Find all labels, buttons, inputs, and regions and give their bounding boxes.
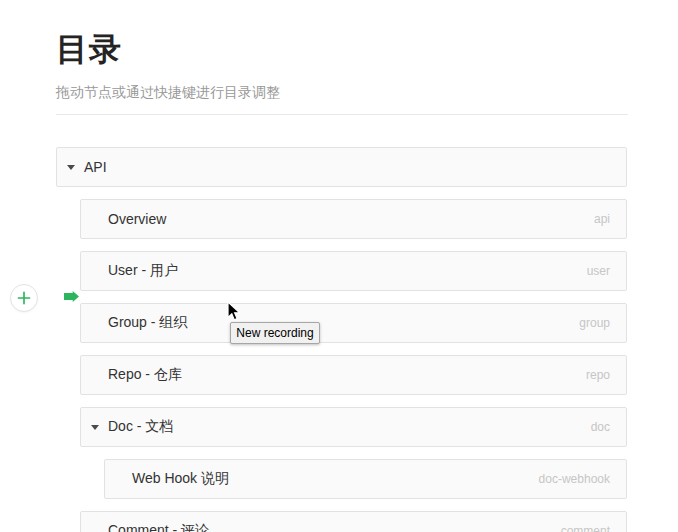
toc-row-slug: repo xyxy=(586,368,610,382)
toc-row-label: Doc - 文档 xyxy=(108,418,173,436)
plus-icon xyxy=(11,284,37,312)
toc-row[interactable]: API xyxy=(56,147,627,187)
toc-row-label: Overview xyxy=(108,211,166,227)
toc-row-slug: doc-webhook xyxy=(539,472,610,486)
toc-row-label: Web Hook 说明 xyxy=(132,470,229,488)
page-subtitle: 拖动节点或通过快捷键进行目录调整 xyxy=(56,84,280,102)
toc-row-slug: api xyxy=(594,212,610,226)
caret-down-icon[interactable] xyxy=(91,425,99,430)
toc-row[interactable]: Comment - 评论comment xyxy=(80,511,627,532)
toc-row[interactable]: Overviewapi xyxy=(80,199,627,239)
caret-slot xyxy=(67,165,79,170)
drag-drop-indicator-icon xyxy=(64,291,79,302)
toc-row-label: Repo - 仓库 xyxy=(108,366,182,384)
toc-editor-page: 目录 拖动节点或通过快捷键进行目录调整 APIOverviewapiUser -… xyxy=(0,0,678,532)
toc-row[interactable]: Web Hook 说明doc-webhook xyxy=(104,459,627,499)
add-node-button[interactable] xyxy=(10,284,38,312)
tooltip-text: New recording xyxy=(236,326,313,340)
tooltip: New recording xyxy=(230,322,320,344)
toc-row-slug: comment xyxy=(561,524,610,532)
toc-row[interactable]: Repo - 仓库repo xyxy=(80,355,627,395)
toc-row[interactable]: Doc - 文档doc xyxy=(80,407,627,447)
toc-row-slug: user xyxy=(587,264,610,278)
page-title: 目录 xyxy=(56,28,122,72)
toc-row-slug: doc xyxy=(591,420,610,434)
toc-row-label: Comment - 评论 xyxy=(108,522,209,532)
toc-row-label: API xyxy=(84,159,107,175)
caret-slot xyxy=(91,425,103,430)
toc-row[interactable]: Group - 组织group xyxy=(80,303,627,343)
header-divider xyxy=(56,114,628,115)
toc-row-label: User - 用户 xyxy=(108,262,178,280)
caret-down-icon[interactable] xyxy=(67,165,75,170)
mouse-cursor-icon xyxy=(226,301,241,322)
toc-row-label: Group - 组织 xyxy=(108,314,187,332)
toc-row-slug: group xyxy=(579,316,610,330)
toc-row[interactable]: User - 用户user xyxy=(80,251,627,291)
